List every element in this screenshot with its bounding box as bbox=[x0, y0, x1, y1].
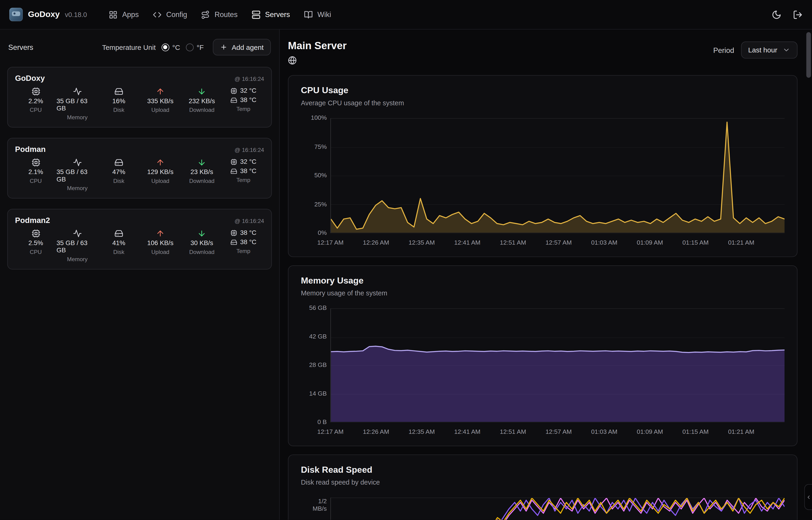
chart-plot bbox=[330, 309, 785, 422]
sidebar-header: Servers Temperature Unit °C °F Add agent bbox=[8, 39, 271, 55]
servers-sidebar: Servers Temperature Unit °C °F Add agent bbox=[0, 30, 280, 520]
stat-disk: 41% Disk bbox=[98, 229, 139, 262]
panel-collapse-tab[interactable] bbox=[804, 484, 812, 510]
nav-item-config[interactable]: Config bbox=[153, 10, 187, 19]
stat-download: 30 KB/s Download bbox=[181, 229, 223, 262]
stat-value: 335 KB/s bbox=[147, 97, 173, 105]
stat-value: 38 °C bbox=[240, 97, 256, 104]
server-stats: 2.1% CPU 35 GB / 63 GB Memory 47% Disk bbox=[15, 158, 264, 191]
server-card-podman2[interactable]: Podman2 @ 16:16:24 2.5% CPU 35 GB / 63 G… bbox=[7, 209, 272, 269]
nav-item-apps[interactable]: Apps bbox=[109, 10, 139, 19]
book-icon bbox=[304, 10, 313, 19]
stat-temp: 32 °C 38 °C Temp bbox=[223, 87, 264, 120]
server-card-podman[interactable]: Podman @ 16:16:24 2.1% CPU 35 GB / 63 GB… bbox=[7, 138, 272, 199]
stat-cpu: 2.2% CPU bbox=[15, 87, 57, 120]
add-agent-button[interactable]: Add agent bbox=[213, 39, 271, 55]
stat-label: Memory bbox=[67, 256, 87, 262]
stat-upload: 129 KB/s Upload bbox=[140, 158, 181, 191]
globe-icon bbox=[288, 56, 297, 65]
code-icon bbox=[153, 10, 162, 19]
server-icon bbox=[252, 10, 260, 19]
temp-rows: 38 °C 38 °C bbox=[230, 229, 256, 245]
main-header: Main Server Period Last hour bbox=[288, 40, 797, 67]
temp-disk-row: 38 °C bbox=[230, 238, 256, 245]
sidebar-controls: Temperature Unit °C °F Add agent bbox=[102, 39, 271, 55]
cpu-chip-icon bbox=[230, 158, 237, 165]
stat-memory: 35 GB / 63 GB Memory bbox=[57, 229, 98, 262]
nav-item-routes[interactable]: Routes bbox=[201, 10, 238, 19]
period-value: Last hour bbox=[748, 46, 777, 54]
stat-memory: 35 GB / 63 GB Memory bbox=[57, 87, 98, 120]
cpu-chip-icon bbox=[230, 229, 237, 236]
arrow-up-icon bbox=[156, 229, 165, 238]
stat-label: CPU bbox=[30, 249, 42, 255]
stat-label: Temp bbox=[236, 177, 250, 183]
stat-value: 129 KB/s bbox=[147, 168, 173, 176]
period-dropdown[interactable]: Last hour bbox=[741, 42, 797, 58]
temp-disk-row: 38 °C bbox=[230, 97, 256, 104]
stat-cpu: 2.5% CPU bbox=[15, 229, 57, 262]
cpu-chip-icon bbox=[31, 158, 40, 167]
moon-icon bbox=[772, 9, 782, 19]
period-control: Period Last hour bbox=[713, 42, 797, 58]
cpu-usage-chart: 100%75%50%25%0% 12:17 AM12:26 AM12:35 AM… bbox=[301, 118, 785, 249]
radio-label: °F bbox=[197, 43, 204, 51]
godoxy-app: GoDoxy v0.18.0 Apps Config Routes Server… bbox=[0, 0, 812, 520]
server-stats: 2.2% CPU 35 GB / 63 GB Memory 16% Disk bbox=[15, 87, 264, 120]
stat-value: 16% bbox=[112, 97, 125, 105]
server-card-godoxy[interactable]: GoDoxy @ 16:16:24 2.2% CPU 35 GB / 63 GB… bbox=[7, 67, 272, 127]
radio-label: °C bbox=[172, 43, 180, 51]
chart-title: CPU Usage bbox=[301, 85, 785, 96]
nav-label: Servers bbox=[265, 10, 290, 19]
nav-label: Config bbox=[166, 10, 187, 19]
period-label: Period bbox=[713, 46, 734, 54]
stat-label: Upload bbox=[151, 249, 169, 255]
stat-label: Download bbox=[189, 107, 215, 113]
memory-usage-chart: 56 GB42 GB28 GB14 GB0 B 12:17 AM12:26 AM… bbox=[301, 309, 785, 439]
logout-icon bbox=[793, 9, 803, 19]
server-timestamp: @ 16:16:24 bbox=[235, 76, 264, 82]
scrollbar-thumb[interactable] bbox=[806, 32, 811, 78]
fahrenheit-radio[interactable]: °F bbox=[186, 43, 204, 51]
stat-value: 23 KB/s bbox=[190, 168, 213, 176]
stat-temp: 38 °C 38 °C Temp bbox=[223, 229, 264, 262]
stat-value: 32 °C bbox=[240, 87, 256, 94]
temp-cpu-row: 32 °C bbox=[230, 158, 256, 165]
stat-value: 47% bbox=[112, 168, 125, 176]
cpu-chip-icon bbox=[230, 87, 237, 94]
chart-subtitle: Memory usage of the system bbox=[301, 289, 785, 297]
stat-label: Temp bbox=[236, 106, 250, 112]
hard-drive-icon bbox=[230, 168, 237, 175]
chart-subtitle: Average CPU usage of the system bbox=[301, 99, 785, 107]
stat-label: CPU bbox=[30, 178, 42, 184]
topbar-actions bbox=[772, 9, 803, 19]
chart-subtitle: Disk read speed by device bbox=[301, 478, 785, 486]
nav-item-servers[interactable]: Servers bbox=[252, 10, 290, 19]
memory-usage-card: Memory Usage Memory usage of the system … bbox=[288, 265, 797, 446]
celsius-radio[interactable]: °C bbox=[161, 43, 180, 51]
layout: Servers Temperature Unit °C °F Add agent bbox=[0, 30, 812, 520]
stat-value: 30 KB/s bbox=[190, 239, 213, 247]
hard-drive-icon bbox=[114, 87, 123, 96]
topbar: GoDoxy v0.18.0 Apps Config Routes Server… bbox=[0, 0, 812, 30]
nav-item-wiki[interactable]: Wiki bbox=[304, 10, 331, 19]
temp-rows: 32 °C 38 °C bbox=[230, 87, 256, 104]
stat-label: CPU bbox=[30, 107, 42, 113]
godoxy-logo-icon bbox=[9, 8, 23, 21]
stat-label: Upload bbox=[151, 178, 169, 184]
arrow-down-icon bbox=[197, 87, 206, 96]
logout-button[interactable] bbox=[793, 9, 803, 19]
cpu-chip-icon bbox=[31, 229, 40, 238]
stat-value: 32 °C bbox=[240, 158, 256, 165]
theme-toggle-button[interactable] bbox=[772, 9, 782, 19]
chevron-down-icon bbox=[782, 46, 790, 54]
temp-rows: 32 °C 38 °C bbox=[230, 158, 256, 175]
stat-download: 23 KB/s Download bbox=[181, 158, 223, 191]
arrow-down-icon bbox=[197, 158, 206, 167]
server-stats: 2.5% CPU 35 GB / 63 GB Memory 41% Disk bbox=[15, 229, 264, 262]
chevron-left-icon bbox=[806, 494, 811, 500]
nav-label: Routes bbox=[215, 10, 238, 19]
stat-value: 2.2% bbox=[28, 97, 43, 105]
main-nav: Apps Config Routes Servers Wiki bbox=[109, 10, 331, 19]
stat-value: 38 °C bbox=[240, 167, 256, 175]
